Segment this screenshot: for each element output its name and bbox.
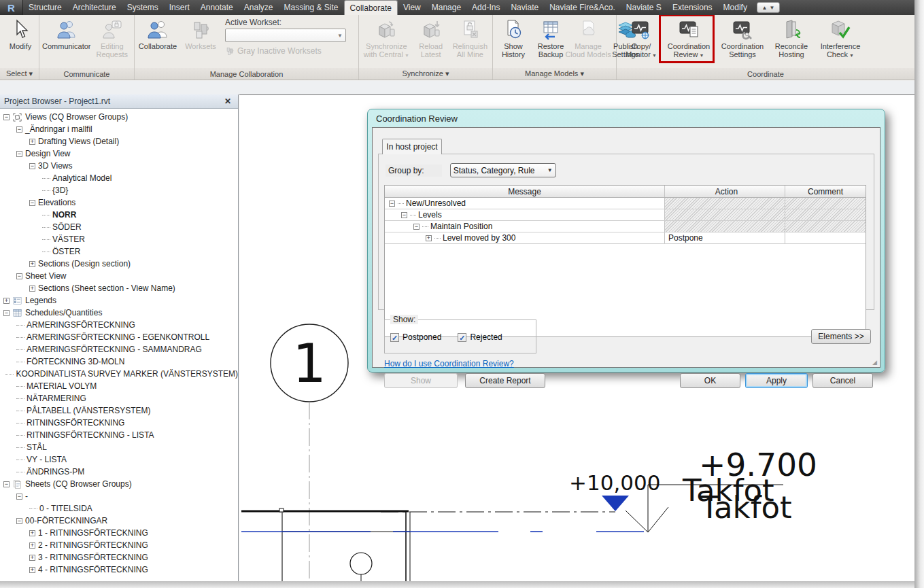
- coordination-review-button[interactable]: CoordinationReview▼: [664, 16, 713, 67]
- panel-caption-coordinate[interactable]: Coordinate: [617, 68, 914, 80]
- tree-item-4-ritningsf-rteckning[interactable]: +4 - RITNINGSFÖRTECKNING: [0, 564, 238, 576]
- expand-box-icon[interactable]: +: [29, 139, 35, 145]
- project-browser-titlebar[interactable]: Project Browser - Project1.rvt ✕: [0, 94, 238, 109]
- review-row-new-unresolved[interactable]: −New/Unresolved: [385, 198, 866, 209]
- collapse-box-icon[interactable]: −: [401, 212, 407, 218]
- tree-item-p-ltabell-v-nstersystem[interactable]: PÅLTABELL (VÄNSTERSYSTEM): [0, 404, 238, 417]
- menu-tab-add-ins[interactable]: Add-Ins: [466, 0, 505, 15]
- communicator-button[interactable]: Communicator: [41, 16, 92, 67]
- create-report-button[interactable]: Create Report: [465, 373, 545, 388]
- ok-button[interactable]: OK: [680, 373, 740, 388]
- tree-item-sections-sheet-section-view-name[interactable]: +Sections (Sheet section - View Name): [0, 282, 238, 294]
- collapse-box-icon[interactable]: −: [3, 481, 10, 487]
- cancel-button[interactable]: Cancel: [812, 373, 873, 388]
- restore-backup-button[interactable]: RestoreBackup: [532, 16, 569, 67]
- show-button[interactable]: Show: [384, 373, 458, 388]
- tree-item-koordinatlista-survey-marker-v-nstersystem[interactable]: KOORDINATLISTA SURVEY MARKER (VÄNSTERSYS…: [0, 368, 238, 380]
- tree-item-st-l[interactable]: STÅL: [0, 441, 238, 453]
- tree-item-vy-lista[interactable]: VY - LISTA: [0, 453, 238, 466]
- level-name-takfot-2[interactable]: Takfot: [700, 489, 792, 525]
- tree-item-armeringsf-rteckning-sammandrag[interactable]: ARMERINGSFÖRTECKNING - SAMMANDRAG: [0, 343, 238, 356]
- menu-tab-collaborate[interactable]: Collaborate: [344, 0, 398, 15]
- menu-tab-massing-site[interactable]: Massing & Site: [279, 0, 344, 15]
- expand-box-icon[interactable]: +: [29, 567, 35, 573]
- menu-tab-naviate-s[interactable]: Naviate S: [621, 0, 667, 15]
- coordination-settings-button[interactable]: CoordinationSettings: [717, 16, 768, 67]
- detail-circle[interactable]: [350, 553, 372, 574]
- gray-inactive-worksets-button[interactable]: Gray Inactive Worksets: [225, 46, 346, 56]
- tree-item-ritningsf-rteckning[interactable]: RITNINGSFÖRTECKNING: [0, 417, 238, 429]
- tree-item-sheets-cq-browser-groups[interactable]: −Sheets (CQ Browser Groups): [0, 478, 238, 490]
- column-header-comment[interactable]: Comment: [785, 186, 866, 197]
- application-menu-button[interactable]: R: [0, 0, 23, 15]
- elements-button[interactable]: Elements >>: [811, 329, 871, 344]
- collapse-box-icon[interactable]: −: [16, 151, 22, 157]
- editing-requests-button[interactable]: EditingRequests: [92, 16, 132, 67]
- expand-box-icon[interactable]: +: [3, 298, 10, 304]
- collapse-box-icon[interactable]: −: [16, 518, 22, 524]
- tree-item-s-der[interactable]: SÖDER: [0, 221, 238, 233]
- tree-item-views-cq-browser-groups[interactable]: −Views (CQ Browser Groups): [0, 111, 238, 123]
- expand-box-icon[interactable]: +: [29, 530, 35, 536]
- expand-box-icon[interactable]: +: [426, 235, 432, 241]
- panel-caption-select[interactable]: Select ▾: [0, 68, 39, 80]
- column-header-action[interactable]: Action: [665, 186, 785, 197]
- collaborate-button[interactable]: Collaborate: [137, 16, 179, 67]
- active-workset-combo[interactable]: ▼: [225, 29, 346, 42]
- panel-caption-manage-collaboration[interactable]: Manage Collaboration: [135, 68, 358, 80]
- tree-item-armeringsf-rteckning[interactable]: ARMERINGSFÖRTECKNING: [0, 319, 238, 331]
- menu-tab-annotate[interactable]: Annotate: [195, 0, 239, 15]
- tree-item-3d-views[interactable]: −3D Views: [0, 160, 238, 172]
- menu-tab-architecture[interactable]: Architecture: [67, 0, 122, 15]
- collapse-box-icon[interactable]: −: [16, 273, 22, 279]
- expand-box-icon[interactable]: +: [29, 261, 35, 267]
- collapse-box-icon[interactable]: −: [413, 224, 420, 230]
- expand-box-icon[interactable]: +: [29, 555, 35, 561]
- menu-tab-naviate[interactable]: Naviate: [505, 0, 544, 15]
- panel-caption-synchronize[interactable]: Synchronize ▾: [359, 68, 492, 80]
- menu-tab-insert[interactable]: Insert: [164, 0, 195, 15]
- tree-item-2-ritningsf-rteckning[interactable]: +2 - RITNINGSFÖRTECKNING: [0, 539, 238, 551]
- tree-item-drafting-views-detail[interactable]: +Drafting Views (Detail): [0, 135, 238, 148]
- review-row-maintain-position[interactable]: −Maintain Position: [385, 221, 866, 232]
- collapse-box-icon[interactable]: −: [29, 163, 35, 169]
- tree-item-legends[interactable]: +Legends: [0, 294, 238, 307]
- tree-item-item[interactable]: −-: [0, 490, 238, 502]
- tree-item-ndringar-i-mallfil[interactable]: −_Ändringar i mallfil: [0, 123, 238, 135]
- review-row-level-moved-by-300[interactable]: +Level moved by 300Postpone: [385, 232, 866, 244]
- close-icon[interactable]: ✕: [222, 97, 234, 106]
- apply-button[interactable]: Apply: [745, 373, 808, 388]
- reconcile-hosting-button[interactable]: ReconcileHosting: [772, 16, 811, 67]
- panel-caption-manage-models[interactable]: Manage Models ▾: [493, 68, 616, 80]
- tree-item-ritningsf-rteckning-lista[interactable]: RITNINGSFÖRTECKNING - LISTA: [0, 429, 238, 441]
- tree-item-3-ritningsf-rteckning[interactable]: +3 - RITNINGSFÖRTECKNING: [0, 551, 238, 564]
- tree-item-v-ster[interactable]: VÄSTER: [0, 233, 238, 245]
- column-header-message[interactable]: Message: [385, 186, 665, 197]
- menu-tab-naviate-fire-aco[interactable]: Naviate Fire&Aco.: [544, 0, 621, 15]
- menu-tab-extensions[interactable]: Extensions: [667, 0, 718, 15]
- tree-item-schedules-quantities[interactable]: −Schedules/Quantities: [0, 307, 238, 319]
- tree-item-elevations[interactable]: −Elevations: [0, 196, 238, 209]
- comment-cell[interactable]: [785, 232, 866, 243]
- tree-item-sections-design-section[interactable]: +Sections (Design section): [0, 258, 238, 270]
- modify-button[interactable]: Modify: [2, 16, 39, 67]
- menu-tab-structure[interactable]: Structure: [23, 0, 67, 15]
- dialog-titlebar[interactable]: Coordination Review: [368, 109, 885, 127]
- reload-latest-button[interactable]: ReloadLatest: [413, 16, 449, 67]
- ribbon-display-toggle[interactable]: ▲▼: [757, 2, 780, 13]
- panel-caption-communicate[interactable]: Communicate: [39, 68, 134, 80]
- tree-item-ster[interactable]: ÖSTER: [0, 245, 238, 258]
- tree-item-norr[interactable]: NORR: [0, 209, 238, 221]
- tree-item-n-tarmering[interactable]: NÄTARMERING: [0, 392, 238, 404]
- tree-item-analytical-model[interactable]: Analytical Model: [0, 172, 238, 184]
- menu-tab-systems[interactable]: Systems: [122, 0, 164, 15]
- worksets-button[interactable]: Worksets: [179, 16, 222, 67]
- group-by-dropdown[interactable]: Status, Category, Rule ▼: [450, 163, 556, 177]
- collapse-box-icon[interactable]: −: [389, 201, 395, 207]
- relinquish-all-mine-button[interactable]: RelinquishAll Mine: [450, 16, 490, 67]
- level-triangle-marker[interactable]: [602, 496, 629, 511]
- menu-tab-modify[interactable]: Modify: [718, 0, 753, 15]
- manage-cloud-models-button[interactable]: ManageCloud Models: [570, 16, 606, 67]
- action-dropdown-cell[interactable]: Postpone: [665, 232, 785, 243]
- menu-tab-manage[interactable]: Manage: [426, 0, 466, 15]
